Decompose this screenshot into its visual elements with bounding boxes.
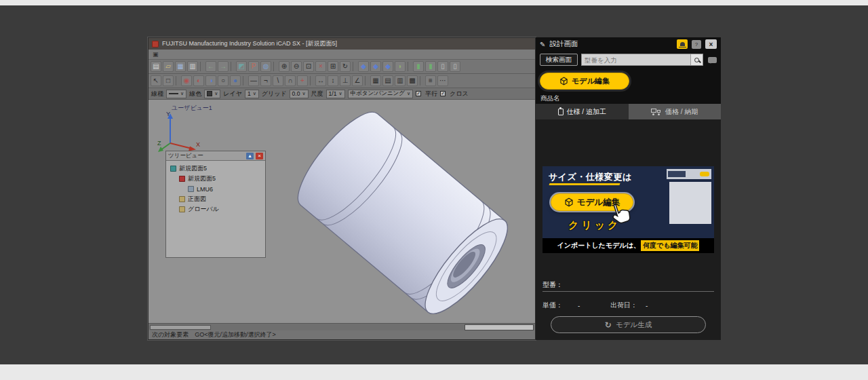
chat-bubble-icon[interactable]: [708, 57, 717, 63]
tree-item[interactable]: LMU6: [167, 184, 264, 194]
toolbar-icon[interactable]: [273, 62, 277, 71]
toolbar-icon[interactable]: [243, 76, 246, 86]
toolbar-icon[interactable]: [231, 62, 234, 71]
grid-icon[interactable]: ▤: [382, 75, 393, 86]
scrollbar-thumb[interactable]: [150, 325, 211, 330]
pdf-export-icon[interactable]: P: [248, 61, 259, 72]
cross-mark-icon[interactable]: +: [297, 75, 308, 86]
tab-spec-machining[interactable]: 仕様 / 追加工: [536, 104, 629, 119]
chevron-down-icon: ∨: [214, 91, 218, 96]
circle-edge-icon[interactable]: ◑: [205, 75, 216, 86]
tree-item[interactable]: 新規図面5: [167, 174, 264, 184]
search-submit-button[interactable]: [690, 54, 703, 65]
model-generate-button[interactable]: ↻ モデル生成: [551, 316, 706, 333]
blank-icon[interactable]: ▯: [437, 61, 448, 72]
save-icon[interactable]: ▦: [175, 61, 186, 72]
table-icon[interactable]: ▥: [395, 75, 406, 86]
part-icon[interactable]: ▮: [413, 61, 424, 72]
blank-icon[interactable]: ▯: [450, 61, 460, 72]
toolbar-icon[interactable]: [353, 62, 356, 71]
zoom-out-icon[interactable]: ⊖: [291, 61, 302, 72]
arc-icon[interactable]: ∩: [285, 75, 296, 86]
tree-item[interactable]: グローバル: [167, 204, 264, 214]
grid-select[interactable]: 0.0∨: [290, 90, 309, 98]
cross-checkbox[interactable]: ✓: [440, 91, 446, 96]
angle-icon[interactable]: ∠: [352, 75, 363, 86]
zoom-in-icon[interactable]: ⊕: [279, 61, 290, 72]
capture-icon[interactable]: ◩: [236, 61, 247, 72]
collapse-icon[interactable]: ▴: [246, 153, 254, 159]
icad-window: FUJITSU Manufacturing Industry Solution …: [148, 37, 536, 340]
close-icon[interactable]: ×: [256, 153, 263, 159]
tab-price-delivery[interactable]: 価格 / 納期: [629, 104, 722, 119]
toolbar-icon[interactable]: [365, 76, 368, 86]
help-icon[interactable]: ?: [692, 40, 701, 49]
redo-icon[interactable]: →: [218, 61, 229, 72]
linetype-select[interactable]: ∨: [166, 90, 186, 98]
web-icon[interactable]: ◍: [260, 61, 271, 72]
toolbar-icon[interactable]: [408, 62, 411, 71]
pattern-icon[interactable]: ▩: [407, 75, 418, 86]
toolbar-icon[interactable]: [420, 76, 423, 86]
polyline-icon[interactable]: ¬: [260, 75, 271, 86]
tree-item[interactable]: 新規図面5: [167, 164, 264, 174]
scale-select[interactable]: 1/1∨: [326, 90, 345, 98]
scale-label: 尺度: [311, 90, 323, 98]
more-icon[interactable]: ⋯: [437, 75, 448, 86]
toolbar-row-1: ▤▱▦▥←→◩P◍⊕⊖⊡×⊞↻◆◆◆◗▮▮▯▯: [149, 60, 535, 74]
parallel-checkbox[interactable]: ✓: [416, 91, 421, 96]
print-icon[interactable]: ▥: [187, 61, 198, 72]
select-icon[interactable]: ↖: [151, 75, 161, 86]
pan-icon[interactable]: ⊞: [328, 61, 338, 72]
point-icon[interactable]: ◉: [181, 75, 192, 86]
model-edit-promo-banner[interactable]: サイズ・仕様変更は モデル編集 クリック: [542, 166, 714, 253]
dimension-v-icon[interactable]: ↕: [328, 75, 338, 86]
model-edit-button[interactable]: モデル編集: [540, 73, 629, 90]
banner-underline-mark: [549, 183, 620, 185]
middle-button-select[interactable]: 中ボタン:パンニング∨: [348, 90, 414, 98]
line-icon[interactable]: —: [248, 75, 259, 86]
solid-model-icon[interactable]: ◆: [358, 61, 369, 72]
tree-palette-titlebar[interactable]: ツリービュー ▴ ×: [166, 151, 265, 161]
drawing-viewport[interactable]: ユーザビュー1 Y X Z: [149, 100, 535, 323]
undo-icon[interactable]: ←: [205, 61, 216, 72]
circle-icon[interactable]: ○: [218, 75, 229, 86]
solid-model-icon[interactable]: ◆: [382, 61, 393, 72]
redraw-icon[interactable]: ↻: [340, 61, 351, 72]
panel-header: ✎ 設計画面 ? ×: [536, 37, 721, 51]
new-file-icon[interactable]: ▤: [151, 61, 161, 72]
zoom-cancel-icon[interactable]: ×: [315, 61, 326, 72]
part-icon[interactable]: ▮: [425, 61, 436, 72]
hatch-icon[interactable]: ▦: [370, 75, 381, 86]
perpendicular-icon[interactable]: ⊥: [340, 75, 351, 86]
tree-item-icon: [188, 186, 194, 192]
diagonal-line-icon[interactable]: \: [273, 75, 283, 86]
dimension-h-icon[interactable]: ↔: [315, 75, 326, 86]
layer-select[interactable]: 1∨: [245, 90, 259, 98]
horizontal-scrollbar[interactable]: [149, 323, 535, 330]
toolbar-icon[interactable]: [310, 76, 313, 86]
list-icon[interactable]: ≡: [425, 75, 436, 86]
panel-close-button[interactable]: ×: [705, 39, 717, 49]
circle-center-icon[interactable]: ◐: [193, 75, 204, 86]
model-edit-row: モデル編集: [536, 69, 721, 93]
search-icon: [694, 58, 699, 62]
notification-bell-icon[interactable]: [677, 39, 688, 49]
assembly-icon[interactable]: ◗: [395, 61, 406, 72]
linecolor-select[interactable]: ∨: [204, 90, 220, 98]
panel-title: 設計画面: [549, 39, 578, 49]
box-select-icon[interactable]: □: [163, 75, 174, 86]
toolbar-icon[interactable]: [200, 62, 203, 71]
toolbar-icon[interactable]: [176, 76, 179, 86]
search-screen-button[interactable]: 検索画面: [540, 54, 578, 66]
pencil-icon: ✎: [540, 41, 545, 48]
window-titlebar[interactable]: FUJITSU Manufacturing Industry Solution …: [149, 38, 535, 50]
coordinate-readout-box: [465, 324, 534, 330]
open-folder-icon[interactable]: ▱: [163, 61, 174, 72]
tree-item-icon: [179, 206, 185, 212]
part-number-input[interactable]: [582, 56, 690, 64]
snap-point-icon[interactable]: ●: [230, 75, 241, 86]
tree-item[interactable]: 正面図: [167, 194, 264, 204]
solid-model-icon[interactable]: ◆: [370, 61, 381, 72]
zoom-fit-icon[interactable]: ⊡: [303, 61, 314, 72]
